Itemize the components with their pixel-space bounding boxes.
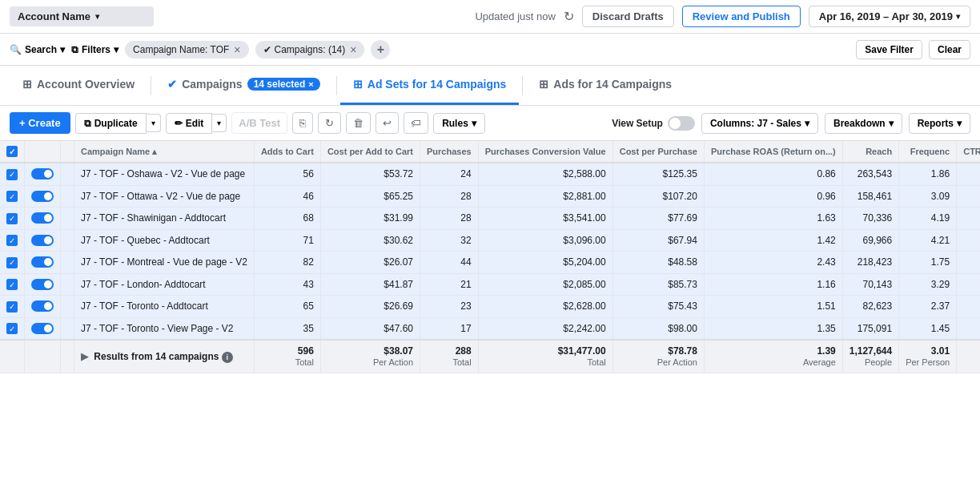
add-filter-button[interactable]: + <box>371 40 390 59</box>
col-header-campaign-name[interactable]: Campaign Name ▴ <box>74 141 255 163</box>
col-header-reach[interactable]: Reach <box>842 141 898 163</box>
tab-ads[interactable]: ⊞ Ads for 14 Campaigns <box>526 66 685 105</box>
campaign-name-link[interactable]: J7 - TOF - Oshawa - V2 - Vue de page <box>81 168 245 179</box>
tag-button[interactable]: 🏷 <box>404 112 428 134</box>
row-checkbox[interactable]: ✓ <box>6 191 18 202</box>
col-header-ctr[interactable]: CTR (Link Click-... <box>957 141 980 163</box>
date-range-picker[interactable]: Apr 16, 2019 – Apr 30, 2019 ▾ <box>809 6 970 27</box>
rules-label: Rules <box>442 118 468 129</box>
columns-button[interactable]: Columns: J7 - Sales ▾ <box>701 113 818 134</box>
reports-button[interactable]: Reports ▾ <box>909 113 970 134</box>
row-toggle[interactable] <box>31 235 54 246</box>
col-header-frequency[interactable]: Frequenc <box>899 141 957 163</box>
cost-add-header-text: Cost per Add to Cart <box>327 147 413 156</box>
row-purchases: 28 <box>420 208 479 230</box>
row-frequency: 4.21 <box>899 229 957 252</box>
row-purchase-roas: 1.42 <box>704 229 842 252</box>
delete-button[interactable]: 🗑 <box>346 112 371 134</box>
toggle-knob <box>669 118 681 129</box>
row-checkbox[interactable]: ✓ <box>6 323 18 334</box>
row-name-cell: J7 - TOF - Shawinigan - Addtocart <box>74 208 255 230</box>
row-purchases: 32 <box>420 229 479 252</box>
row-toggle[interactable] <box>31 212 54 224</box>
account-overview-icon: ⊞ <box>22 78 32 91</box>
view-setup-toggle-switch[interactable] <box>668 116 695 131</box>
row-ctr: 0.38% <box>957 163 980 185</box>
discard-drafts-button[interactable]: Discard Drafts <box>582 6 674 27</box>
row-purchase-roas: 1.35 <box>704 317 842 340</box>
filter-bar: 🔍 Search ▾ ⧉ Filters ▾ Campaign Name: TO… <box>0 34 980 66</box>
row-toggle[interactable] <box>31 256 54 268</box>
filter-chip-campaign-name-close-icon[interactable]: × <box>234 43 240 56</box>
col-header-purchases[interactable]: Purchases <box>420 141 479 163</box>
ab-test-button[interactable]: A/B Test <box>231 112 287 134</box>
col-header-cost-add[interactable]: Cost per Add to Cart <box>320 141 420 163</box>
edit-button[interactable]: ✏ Edit <box>166 113 213 134</box>
clear-filter-button[interactable]: Clear <box>929 40 970 59</box>
duplicate-icon: ⧉ <box>84 118 91 129</box>
edit-dropdown-button[interactable]: ▾ <box>212 114 227 132</box>
filter-chip-campaigns-close-icon[interactable]: × <box>350 43 356 56</box>
campaign-name-link[interactable]: J7 - TOF - Toronto - Addtocart <box>81 300 208 312</box>
row-cost-per-purchase: $107.20 <box>612 185 704 208</box>
filter-chip-campaigns[interactable]: ✔ Campaigns: (14) × <box>255 41 365 58</box>
select-all-checkbox[interactable]: ✓ <box>6 146 18 157</box>
tab-ad-sets[interactable]: ⊞ Ad Sets for 14 Campaigns <box>340 66 520 105</box>
col-header-purchases-cv[interactable]: Purchases Conversion Value <box>478 141 612 163</box>
campaign-name-link[interactable]: J7 - TOF - London- Addtocart <box>81 279 206 290</box>
row-toggle-cell <box>25 252 61 274</box>
campaign-name-link[interactable]: J7 - TOF - Toronto - View Page - V2 <box>81 323 234 334</box>
row-ctr: 0.42% <box>957 296 980 318</box>
row-toggle[interactable] <box>31 279 54 290</box>
copy-button[interactable]: ⎘ <box>292 112 313 134</box>
row-checkbox[interactable]: ✓ <box>6 279 18 290</box>
campaign-name-link[interactable]: J7 - TOF - Ottawa - V2 - Vue de page <box>81 191 240 202</box>
campaign-name-link[interactable]: J7 - TOF - Montreal - Vue de page - V2 <box>81 256 247 268</box>
review-publish-button[interactable]: Review and Publish <box>682 6 801 27</box>
account-selector[interactable]: Account Name ▾ <box>10 6 154 26</box>
row-toggle-cell <box>25 185 61 208</box>
row-checkbox-cell: ✓ <box>0 252 25 274</box>
row-checkbox[interactable]: ✓ <box>6 257 18 268</box>
row-checkbox[interactable]: ✓ <box>6 235 18 246</box>
breakdown-button[interactable]: Breakdown ▾ <box>825 113 902 134</box>
row-purchases: 23 <box>420 296 479 318</box>
row-toggle[interactable] <box>31 168 54 179</box>
filter-chip-campaign-name[interactable]: Campaign Name: TOF × <box>125 41 248 58</box>
tab-account-overview-label: Account Overview <box>37 78 135 91</box>
col-header-cost-per-purchase[interactable]: Cost per Purchase <box>612 141 704 163</box>
refresh-button[interactable]: ↻ <box>564 9 574 24</box>
row-checkbox[interactable]: ✓ <box>6 301 18 312</box>
footer-ctr: 0.37%Per Imp... <box>957 340 980 373</box>
duplicate-button[interactable]: ⧉ Duplicate <box>75 113 147 134</box>
row-ctr: 0.47% <box>957 317 980 340</box>
tab-campaigns[interactable]: ✔ Campaigns 14 selected × <box>155 66 333 105</box>
row-checkbox[interactable]: ✓ <box>6 169 18 180</box>
col-header-purchase-roas[interactable]: Purchase ROAS (Return on...) <box>704 141 842 163</box>
restore-button[interactable]: ↩ <box>376 112 399 134</box>
search-button[interactable]: 🔍 Search ▾ <box>10 44 65 55</box>
info-icon[interactable]: i <box>222 352 233 363</box>
create-button[interactable]: + Create <box>10 112 70 134</box>
ad-sets-icon: ⊞ <box>353 78 363 91</box>
row-toggle-cell <box>25 163 61 185</box>
row-frequency: 2.37 <box>899 296 957 318</box>
refresh-table-button[interactable]: ↻ <box>318 112 341 134</box>
tab-account-overview[interactable]: ⊞ Account Overview <box>10 66 147 105</box>
row-toggle[interactable] <box>31 323 54 334</box>
campaign-name-link[interactable]: J7 - TOF - Shawinigan - Addtocart <box>81 212 226 224</box>
tab-campaigns-badge-close-icon[interactable]: × <box>308 79 313 89</box>
campaign-name-link[interactable]: J7 - TOF - Quebec - Addtocart <box>81 235 210 246</box>
row-toggle[interactable] <box>31 191 54 202</box>
save-filter-button[interactable]: Save Filter <box>856 40 922 59</box>
row-toggle[interactable] <box>31 300 54 312</box>
account-chevron-icon: ▾ <box>95 12 99 21</box>
filters-button[interactable]: ⧉ Filters ▾ <box>71 44 118 55</box>
duplicate-dropdown-button[interactable]: ▾ <box>147 114 161 132</box>
tab-campaigns-badge[interactable]: 14 selected × <box>247 78 320 91</box>
row-checkbox[interactable]: ✓ <box>6 213 18 224</box>
col-header-adds-to-cart[interactable]: Adds to Cart <box>254 141 320 163</box>
row-cost-add: $65.25 <box>320 185 420 208</box>
expand-icon[interactable]: ▶ <box>81 351 88 362</box>
rules-button[interactable]: Rules ▾ <box>433 113 485 134</box>
